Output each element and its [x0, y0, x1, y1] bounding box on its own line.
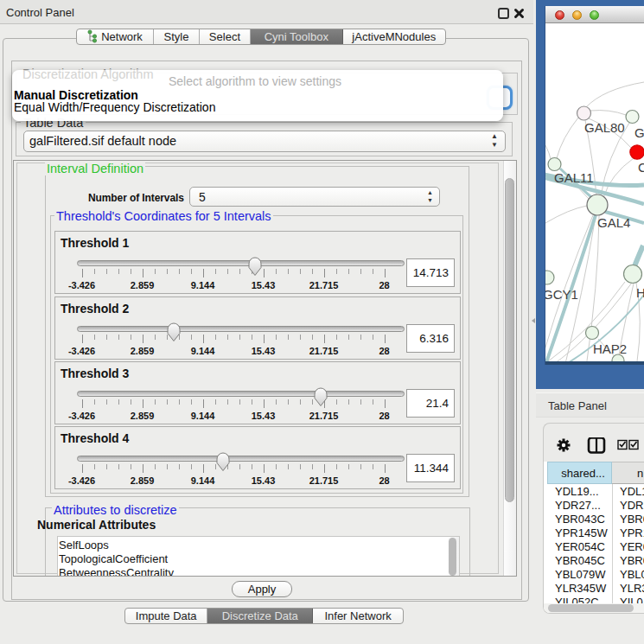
svg-text:GAL80: GAL80	[584, 120, 625, 135]
svg-text:GAL11: GAL11	[554, 170, 594, 185]
svg-text:GCY1: GCY1	[545, 287, 578, 302]
svg-text:C: C	[638, 160, 644, 175]
svg-text:H: H	[636, 285, 644, 300]
svg-text:HAP2: HAP2	[593, 341, 627, 356]
svg-text:GAL4: GAL4	[597, 215, 630, 230]
svg-text:GA: GA	[634, 125, 644, 140]
